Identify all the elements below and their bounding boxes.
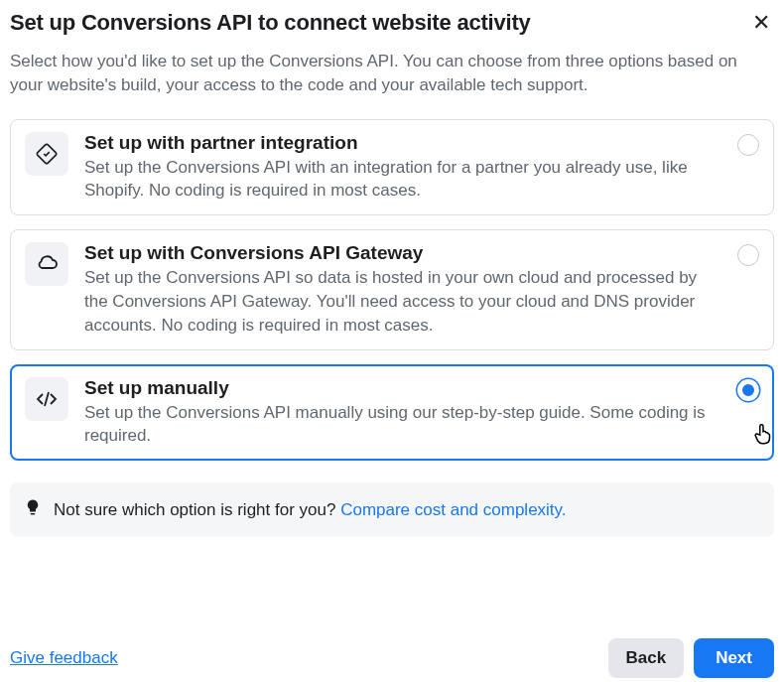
compare-link[interactable]: Compare cost and complexity. [340,500,566,519]
svg-line-1 [45,392,49,406]
option-desc: Set up the Conversions API with an integ… [84,156,723,204]
code-icon [25,377,68,421]
option-desc: Set up the Conversions API so data is ho… [84,266,723,337]
hint-compare: Not sure which option is right for you? … [10,482,774,537]
cloud-icon [25,242,68,286]
give-feedback-link[interactable]: Give feedback [10,648,118,668]
option-manual[interactable]: Set up manually Set up the Conversions A… [10,364,774,462]
radio-manual[interactable] [737,379,759,401]
partner-icon [25,132,68,176]
modal-subtitle: Select how you'd like to set up the Conv… [10,50,774,97]
option-title: Set up with Conversions API Gateway [84,242,723,264]
hint-text: Not sure which option is right for you? [54,500,340,519]
lightbulb-icon [24,498,42,521]
option-gateway[interactable]: Set up with Conversions API Gateway Set … [10,229,774,349]
close-icon[interactable]: ✕ [748,10,774,36]
next-button[interactable]: Next [694,638,774,678]
radio-gateway[interactable] [737,244,759,266]
option-title: Set up with partner integration [84,132,723,154]
option-partner-integration[interactable]: Set up with partner integration Set up t… [10,119,774,216]
back-button[interactable]: Back [608,638,685,678]
modal-title: Set up Conversions API to connect websit… [10,10,531,36]
option-title: Set up manually [84,377,723,399]
option-desc: Set up the Conversions API manually usin… [84,401,723,449]
radio-partner[interactable] [737,134,759,156]
